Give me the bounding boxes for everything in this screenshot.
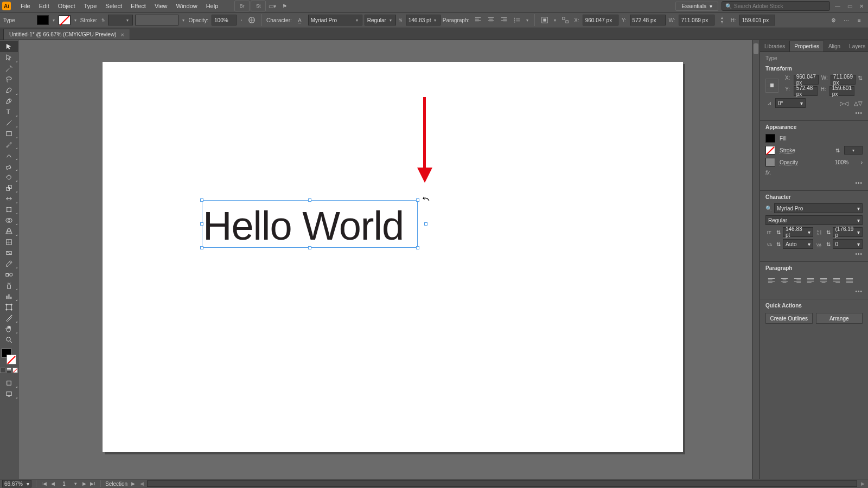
first-artboard-icon[interactable]: I◀ — [41, 481, 47, 486]
stock-icon[interactable]: St — [251, 1, 266, 11]
curvature-tool[interactable] — [0, 95, 18, 106]
more-options-icon[interactable]: ••• — [760, 109, 868, 119]
menu-view[interactable]: View — [150, 1, 172, 11]
color-mode-gradient[interactable] — [7, 368, 12, 373]
hand-tool[interactable] — [0, 323, 18, 334]
scroll-right-icon[interactable]: ▶ — [859, 481, 866, 486]
color-mode-solid[interactable] — [0, 368, 5, 373]
window-close[interactable]: ✕ — [857, 2, 866, 10]
tab-layers[interactable]: Layers — [845, 41, 868, 52]
arrange-docs-icon[interactable]: ▭▾ — [267, 1, 278, 11]
font-size-stepper[interactable]: ⇅ — [398, 18, 404, 23]
chevron-down-icon[interactable]: ▾ — [51, 18, 56, 23]
align-to-icon[interactable] — [539, 15, 550, 25]
selection-handle[interactable] — [200, 198, 203, 202]
eyedropper-tool[interactable] — [0, 258, 18, 269]
para-justify-all[interactable] — [844, 275, 856, 285]
selection-handle[interactable] — [416, 246, 419, 249]
lasso-tool[interactable] — [0, 74, 18, 85]
tab-align[interactable]: Align — [824, 41, 845, 52]
magic-wand-tool[interactable] — [0, 63, 18, 74]
zoom-field[interactable]: 66.67%▾ — [2, 480, 31, 487]
para-justify-left[interactable] — [805, 275, 816, 285]
menu-type[interactable]: Type — [80, 1, 101, 11]
chevron-down-icon[interactable]: ▾ — [73, 18, 78, 23]
direct-selection-tool[interactable] — [0, 52, 18, 63]
font-family-field[interactable]: Myriad Pro▾ — [308, 15, 362, 25]
fx-label[interactable]: fx. — [760, 168, 868, 179]
transform-h-field[interactable]: 159.601 px — [829, 86, 854, 96]
stroke-swatch[interactable] — [59, 15, 71, 25]
reference-point-grid[interactable] — [765, 79, 778, 93]
artboard-tool[interactable] — [0, 301, 18, 312]
bridge-icon[interactable]: Br — [234, 1, 250, 11]
stepper-icon[interactable]: ⇅ — [826, 229, 831, 235]
fill-swatch[interactable] — [37, 15, 49, 25]
symbol-sprayer-tool[interactable] — [0, 280, 18, 291]
rotate-tool[interactable] — [0, 171, 18, 182]
character-panel-icon[interactable]: A̲ — [295, 15, 306, 25]
artboard[interactable] — [103, 62, 683, 452]
align-right-icon[interactable] — [499, 15, 509, 25]
eraser-tool[interactable] — [0, 160, 18, 171]
search-adobe-stock[interactable]: 🔍 Search Adobe Stock — [722, 1, 830, 11]
slice-tool[interactable] — [0, 312, 18, 323]
perspective-grid-tool[interactable] — [0, 226, 18, 236]
chevron-down-icon[interactable]: ▾ — [181, 18, 186, 23]
gpu-icon[interactable]: ⚑ — [279, 1, 290, 11]
scroll-left-icon[interactable]: ◀ — [138, 481, 145, 486]
menu-object[interactable]: Object — [54, 1, 80, 11]
selection-tool[interactable] — [0, 41, 18, 52]
para-align-right[interactable] — [792, 275, 803, 285]
stroke-label[interactable]: Stroke — [780, 147, 831, 153]
font-style-field[interactable]: Regular▾ — [365, 15, 396, 25]
menu-effect[interactable]: Effect — [126, 1, 150, 11]
menu-select[interactable]: Select — [101, 1, 126, 11]
scale-tool[interactable] — [0, 182, 18, 193]
window-minimize[interactable]: — — [833, 2, 842, 10]
flip-horizontal-icon[interactable]: ▷◁ — [840, 100, 848, 106]
opacity-menu-icon[interactable]: › — [861, 159, 863, 165]
search-icon[interactable]: 🔍 — [765, 206, 772, 211]
para-justify-right[interactable] — [831, 275, 843, 285]
panel-menu-icon[interactable]: ⋯ — [841, 15, 852, 25]
fill-stroke-well[interactable] — [2, 348, 16, 364]
stroke-weight-field[interactable]: ▾ — [108, 15, 133, 25]
width-tool[interactable] — [0, 193, 18, 204]
tracking-field[interactable]: 0▾ — [833, 239, 863, 249]
close-icon[interactable]: × — [120, 31, 124, 38]
kerning-field[interactable]: Auto▾ — [783, 239, 813, 249]
opacity-label[interactable]: Opacity — [780, 159, 831, 165]
collapse-panel-icon[interactable]: ≡ — [854, 15, 865, 25]
pen-tool[interactable] — [0, 85, 18, 95]
recolor-icon[interactable] — [246, 15, 257, 25]
workspace-switcher[interactable]: Essentials ▾ — [675, 2, 718, 11]
last-artboard-icon[interactable]: ▶I — [90, 481, 96, 486]
canvas-area[interactable]: Hello World ⤺ — [18, 40, 760, 479]
brush-definition[interactable] — [135, 15, 178, 25]
window-maximize[interactable]: ▭ — [845, 2, 854, 10]
selection-handle[interactable] — [200, 246, 203, 249]
font-style-field[interactable]: Regular▾ — [765, 215, 863, 225]
tab-properties[interactable]: Properties — [789, 41, 824, 52]
stroke-weight-stepper[interactable]: ⇅ — [100, 18, 106, 23]
column-graph-tool[interactable] — [0, 291, 18, 301]
font-size-field[interactable]: 146.83 pt▾ — [406, 15, 441, 25]
artboard-number[interactable]: 1 — [58, 481, 70, 487]
settings-icon[interactable]: ⚙ — [828, 15, 839, 25]
font-family-field[interactable]: Myriad Pro▾ — [774, 203, 863, 213]
mesh-tool[interactable] — [0, 236, 18, 247]
w-field[interactable]: 711.069 px — [679, 15, 714, 25]
next-artboard-icon[interactable]: ▶ — [81, 481, 87, 486]
leading-field[interactable]: (176.19 p▾ — [833, 227, 863, 237]
artboard-dropdown-icon[interactable]: ▾ — [72, 481, 79, 486]
stepper-icon[interactable]: ⇅ — [776, 241, 781, 247]
para-justify-center[interactable] — [818, 275, 829, 285]
fill-swatch[interactable] — [765, 134, 775, 143]
para-align-center[interactable] — [778, 275, 790, 285]
chevron-down-icon[interactable]: ▾ — [552, 18, 558, 23]
stepper-icon[interactable]: ⇅ — [776, 229, 781, 235]
h-field[interactable]: 159.601 px — [739, 15, 775, 25]
more-options-icon[interactable]: ••• — [760, 287, 868, 298]
shape-builder-tool[interactable] — [0, 215, 18, 226]
